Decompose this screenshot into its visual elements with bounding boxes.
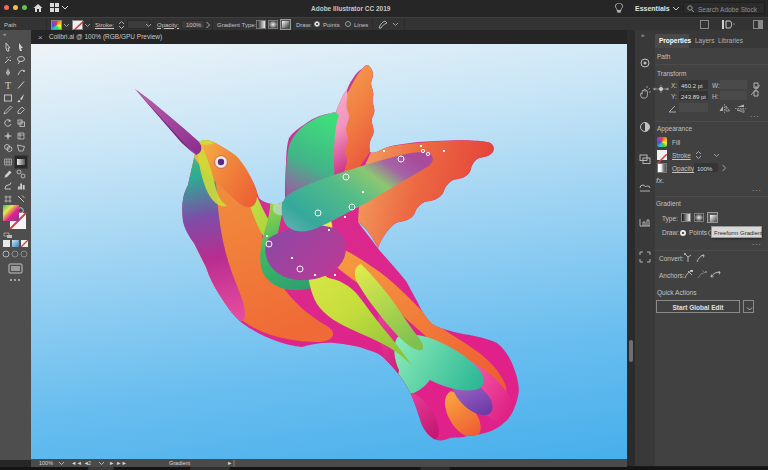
svg-text:T: T bbox=[5, 80, 11, 91]
